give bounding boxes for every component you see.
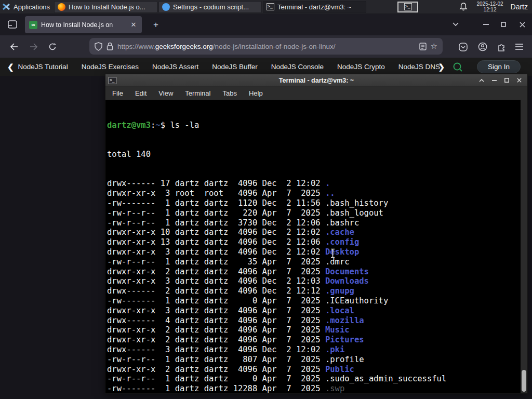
window-minimize-icon[interactable] (480, 19, 491, 30)
terminal-total-line: total 140 (107, 150, 527, 159)
url-text: https://www.geeksforgeeks.org/node-js/in… (117, 43, 415, 50)
file-meta: drwxr-xr-x 2 dartz dartz 4096 Apr 7 2025 (107, 365, 325, 374)
terminal-line: -rw-r--r-- 1 dartz dartz 220 Apr 7 2025 … (107, 208, 527, 218)
menu-tabs[interactable]: Tabs (222, 89, 236, 97)
terminal-window: >_ Terminal - dartz@vm3: ~ File Edit (105, 74, 528, 394)
file-meta: -rw-r--r-- 1 dartz dartz 0 Apr 7 2025 (107, 374, 325, 383)
terminal-line: -rw------- 1 dartz dartz 1120 Dec 2 11:5… (107, 198, 527, 208)
file-meta: drwxr-xr-x 3 dartz dartz 4096 Apr 7 2025 (107, 306, 325, 315)
nav-link-nodejs-exercises[interactable]: NodeJS Exercises (82, 63, 139, 71)
reload-icon[interactable] (46, 40, 59, 54)
taskbar-window-label: Terminal - dartz@vm3: ~ (277, 3, 351, 11)
terminal-line: drwxr-xr-x 3 root root 4096 Apr 7 2025 .… (107, 189, 527, 198)
clock-date: 2025-12-02 (476, 1, 503, 7)
terminal-titlebar[interactable]: >_ Terminal - dartz@vm3: ~ (105, 74, 527, 87)
nav-link-nodejs-console[interactable]: NodeJS Console (271, 63, 324, 71)
taskbar-window-terminal[interactable]: >_ Terminal - dartz@vm3: ~ (263, 1, 366, 13)
nav-link-nodejs-crypto[interactable]: NodeJS Crypto (337, 63, 385, 71)
pocket-icon[interactable] (456, 40, 470, 54)
terminal-line: -rw------- 1 dartz dartz 12288 Apr 7 202… (107, 384, 527, 393)
clock-time: 12:12 (476, 7, 503, 12)
terminal-prompt-line: dartz@vm3:~$ ls -la (107, 121, 527, 130)
menu-edit[interactable]: Edit (135, 89, 147, 97)
file-meta: drwxr-xr-x 2 dartz dartz 4096 Apr 7 2025 (107, 335, 325, 344)
file-name: .. (325, 189, 335, 198)
terminal-menubar: File Edit View Terminal Tabs Help (105, 87, 527, 100)
terminal-line: -rw------- 1 dartz dartz 0 Apr 7 2025 .I… (107, 296, 527, 306)
account-icon[interactable] (476, 40, 489, 54)
file-name: .sudo_as_admin_successful (325, 374, 446, 383)
terminal-line: -rw-r--r-- 1 dartz dartz 0 Apr 7 2025 .s… (107, 374, 527, 384)
terminal-icon: >_ (267, 3, 274, 10)
file-name: Downloads (325, 276, 369, 286)
file-name: .bash_logout (325, 208, 383, 218)
nav-link-nodejs-assert[interactable]: NodeJS Assert (152, 63, 198, 71)
browser-tab-strip: ∞ How to Install Node.js on ✕ + (0, 14, 532, 35)
nav-scroll-right-icon[interactable]: ❯ (438, 62, 445, 72)
menu-terminal[interactable]: Terminal (185, 89, 210, 97)
file-meta: -rw-r--r-- 1 dartz dartz 3730 Dec 2 12:0… (107, 218, 325, 228)
url-bar[interactable]: https://www.geeksforgeeks.org/node-js/in… (89, 38, 443, 55)
file-meta: -rw-r--r-- 1 dartz dartz 220 Apr 7 2025 (107, 208, 325, 218)
geeksforgeeks-favicon: ∞ (29, 21, 37, 29)
file-meta: -rw------- 1 dartz dartz 0 Apr 7 2025 (107, 296, 325, 305)
window-close-icon[interactable] (516, 19, 528, 30)
terminal-shade-icon[interactable] (477, 76, 486, 85)
terminal-scrollbar[interactable] (521, 100, 527, 393)
codium-icon (162, 3, 170, 11)
file-name: .swp (325, 384, 344, 393)
workspace-switcher[interactable]: >_ (397, 2, 418, 12)
menu-file[interactable]: File (112, 89, 123, 97)
browser-tab-active[interactable]: ∞ How to Install Node.js on ✕ (25, 16, 142, 33)
nav-scroll-left-icon[interactable]: ❮ (0, 62, 18, 72)
firefox-view-icon[interactable] (6, 19, 19, 30)
file-meta: -rw------- 1 dartz dartz 12288 Apr 7 202… (107, 384, 325, 393)
terminal-line: drwx------ 4 dartz dartz 4096 Apr 7 2025… (107, 316, 527, 326)
extensions-icon[interactable] (495, 40, 508, 54)
file-meta: drwxr-xr-x 3 dartz dartz 4096 Dec 2 12:0… (107, 276, 325, 286)
menu-hamburger-icon[interactable] (512, 40, 526, 54)
terminal-scrollbar-thumb[interactable] (522, 370, 526, 392)
terminal-titlebar-icon: >_ (109, 77, 116, 84)
menu-help[interactable]: Help (249, 89, 263, 97)
new-tab-button[interactable]: + (150, 19, 162, 31)
terminal-maximize-icon[interactable] (502, 76, 511, 85)
terminal-close-icon[interactable] (515, 76, 523, 85)
file-meta: drwxr-xr-x 13 dartz dartz 4096 Dec 2 12:… (107, 237, 325, 247)
nav-link-nodejs-tutorial[interactable]: NodeJS Tutorial (18, 63, 68, 71)
site-nav: ❮ NodeJS Tutorial NodeJS Exercises NodeJ… (0, 58, 532, 76)
terminal-minimize-icon[interactable] (490, 76, 498, 85)
taskbar-window-codium[interactable]: Settings - codium script... (158, 1, 262, 13)
tab-close-icon[interactable]: ✕ (129, 21, 138, 29)
terminal-line: -rw-r--r-- 1 dartz dartz 35 Apr 7 2025 .… (107, 257, 527, 267)
forward-icon[interactable] (27, 40, 41, 54)
terminal-line: -rw-r--r-- 1 dartz dartz 807 Apr 7 2025 … (107, 355, 527, 365)
notification-bell-icon[interactable] (459, 2, 468, 11)
reader-view-icon[interactable] (419, 43, 427, 50)
session-user-label[interactable]: Dartz (511, 3, 528, 11)
file-name: .pki (325, 345, 344, 354)
file-name: .cache (325, 228, 354, 237)
file-name: .local (325, 306, 354, 315)
menu-view[interactable]: View (158, 89, 173, 97)
tab-title: How to Install Node.js on (41, 21, 126, 29)
list-all-tabs-icon[interactable] (450, 19, 461, 30)
terminal-line: drwxr-xr-x 3 dartz dartz 4096 Dec 2 12:0… (107, 276, 527, 286)
prompt-cwd: ~ (155, 121, 160, 130)
tracking-shield-icon[interactable] (95, 42, 102, 51)
window-maximize-icon[interactable] (498, 19, 509, 30)
clock[interactable]: 2025-12-02 12:12 (476, 1, 503, 12)
nav-link-nodejs-buffer[interactable]: NodeJS Buffer (212, 63, 258, 71)
back-icon[interactable] (7, 40, 21, 54)
file-meta: drwx------ 3 dartz dartz 4096 Dec 2 12:0… (107, 345, 325, 354)
lock-icon[interactable] (107, 42, 113, 50)
applications-menu-button[interactable]: Applications (0, 0, 54, 14)
sign-in-button[interactable]: Sign In (477, 60, 521, 73)
firefox-icon (58, 3, 65, 11)
terminal-output[interactable]: dartz@vm3:~$ ls -la total 140 drwx------… (105, 100, 527, 393)
taskbar-window-firefox[interactable]: How to Install Node.js o... (54, 1, 157, 13)
terminal-line: drwx------ 17 dartz dartz 4096 Dec 2 12:… (107, 179, 527, 189)
search-icon[interactable] (452, 61, 463, 73)
bookmark-star-icon[interactable]: ☆ (431, 42, 437, 51)
nav-link-nodejs-dns[interactable]: NodeJS DNS (398, 63, 440, 71)
